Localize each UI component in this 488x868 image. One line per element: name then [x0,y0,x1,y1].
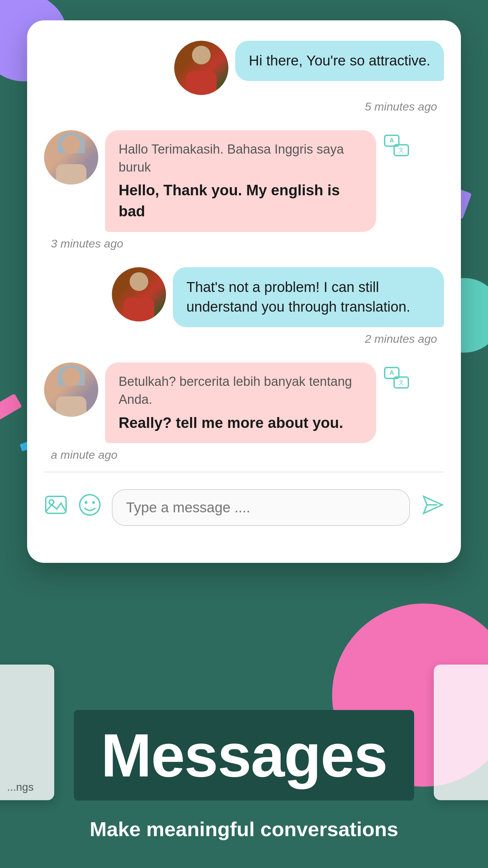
messages-area: Hi there, You're so attractive. 5 minute… [44,41,444,461]
input-bar [44,482,444,533]
message-input[interactable] [112,489,410,526]
bubble-received-2: Betulkah? bercerita lebih banyak tentang… [105,362,376,443]
translate-icon-2: A 文 [383,366,410,393]
svg-text:文: 文 [399,147,404,153]
timestamp-3: 2 minutes ago [365,332,444,346]
timestamp-4: a minute ago [44,448,118,461]
original-text-1: Hallo Terimakasih. Bahasa Inggris saya b… [119,140,363,176]
svg-text:A: A [390,369,394,376]
message-row-received-1: Hallo Terimakasih. Bahasa Inggris saya b… [44,130,444,250]
translated-text-2: Really? tell me more about you. [119,412,363,433]
avatar-man-2 [112,267,166,321]
bubble-sent-2: That's not a problem! I can still unders… [173,267,444,328]
svg-text:A: A [390,137,394,144]
translate-icon-1: A 文 [383,134,410,161]
send-icon[interactable] [420,493,444,522]
message-row-sent-1: Hi there, You're so attractive. 5 minute… [44,41,444,113]
avatar-woman-2 [44,362,98,417]
svg-point-11 [85,501,87,504]
messages-subtitle: Make meaningful conversations [90,817,398,841]
messages-title-block: Messages [74,710,414,801]
bubble-sent-1: Hi there, You're so attractive. [235,41,444,81]
avatar-man-1 [174,41,228,95]
bg-decoration-pink-rect [0,394,22,422]
input-divider [44,472,444,472]
emoji-icon[interactable] [78,493,102,522]
svg-rect-8 [46,496,66,513]
phone-card: Hi there, You're so attractive. 5 minute… [27,20,461,563]
message-row-received-2: Betulkah? bercerita lebih banyak tentang… [44,362,444,461]
svg-point-10 [80,495,100,515]
timestamp-1: 5 minutes ago [365,100,444,113]
image-icon[interactable] [44,493,68,522]
bottom-section: Messages Make meaningful conversations [0,604,488,868]
svg-point-12 [92,501,95,504]
avatar-woman-1 [44,130,98,184]
original-text-2: Betulkah? bercerita lebih banyak tentang… [119,373,363,409]
timestamp-2: 3 minutes ago [44,237,123,250]
svg-point-9 [49,500,54,505]
bubble-received-1: Hallo Terimakasih. Bahasa Inggris saya b… [105,130,376,232]
messages-title: Messages [101,720,387,790]
translated-text-1: Hello, Thank you. My english is bad [119,180,363,221]
message-row-sent-2: That's not a problem! I can still unders… [44,267,444,346]
svg-text:文: 文 [399,379,404,385]
